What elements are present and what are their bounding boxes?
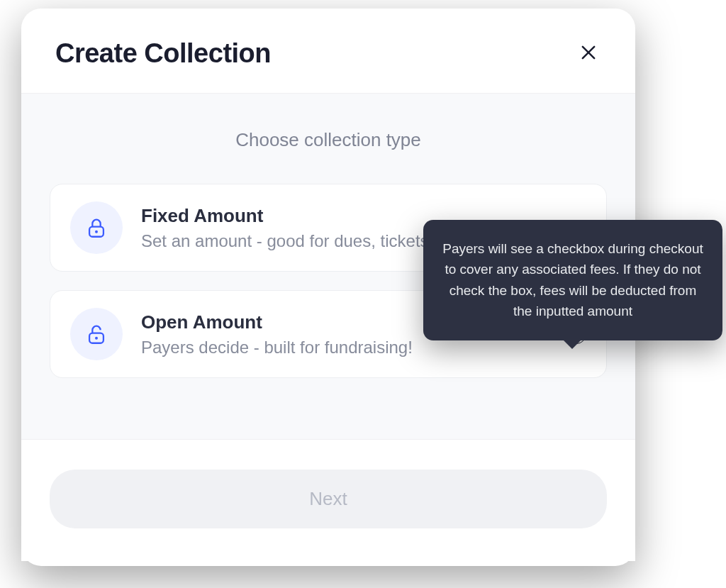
section-title: Choose collection type [50,129,607,151]
svg-point-3 [96,231,97,233]
modal-title: Create Collection [55,38,271,69]
next-button[interactable]: Next [50,470,607,528]
lock-open-icon [84,322,108,346]
tooltip-text: Payers will see a checkbox during checko… [442,241,703,318]
modal-footer: Next [21,439,635,561]
lock-closed-icon [84,216,108,240]
close-button[interactable] [576,40,601,68]
modal-header: Create Collection [21,9,635,94]
fees-tooltip: Payers will see a checkbox during checko… [423,220,722,340]
lock-closed-icon-bg [70,201,123,254]
close-icon [579,43,598,62]
lock-open-icon-bg [70,308,123,360]
svg-point-5 [96,338,97,339]
